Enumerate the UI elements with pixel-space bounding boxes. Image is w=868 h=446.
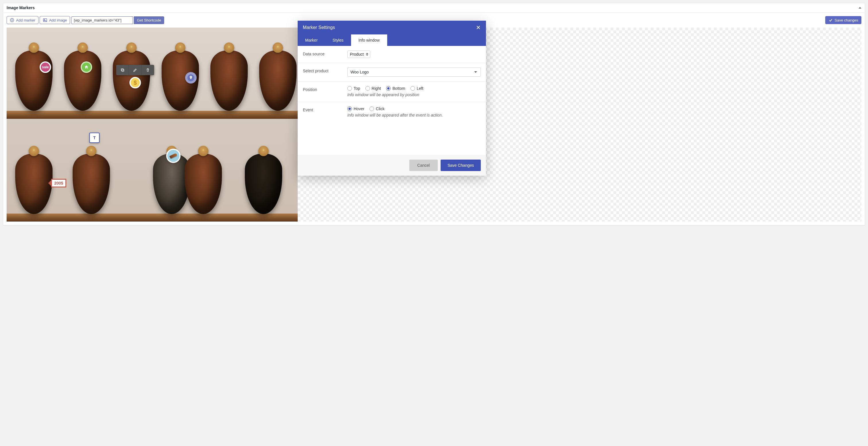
tab-info-window[interactable]: Info window — [351, 34, 387, 46]
radio-label-hover: Hover — [353, 106, 364, 111]
modal-cancel-button[interactable]: Cancel — [409, 160, 438, 171]
radio-position-bottom[interactable]: Bottom — [386, 86, 405, 91]
radio-icon — [347, 106, 352, 111]
shoe-decoration — [15, 154, 53, 214]
add-image-label: Add image — [49, 18, 67, 22]
get-shortcode-button[interactable]: Get Shortcode — [134, 17, 164, 24]
close-icon: ✕ — [476, 24, 481, 31]
pencil-icon — [133, 68, 137, 72]
modal-cancel-label: Cancel — [417, 163, 430, 168]
panel-title: Image Markers — [7, 5, 35, 10]
shoe-decoration — [259, 51, 297, 111]
marker-dollar-label: $ — [133, 79, 136, 86]
radio-icon — [365, 86, 370, 91]
radio-icon — [410, 86, 415, 91]
marker-price-tag[interactable]: 200$ — [51, 179, 66, 187]
image-icon — [43, 18, 48, 22]
pin-icon — [189, 75, 193, 80]
marker-pin[interactable] — [185, 72, 197, 84]
image-preview[interactable]: sale $ T 200$ — [7, 28, 298, 222]
shoe-decoration — [245, 154, 282, 214]
home-icon — [84, 65, 89, 69]
position-radio-group: Top Right Bottom — [347, 86, 481, 91]
svg-rect-6 — [121, 69, 123, 71]
shoe-decoration — [15, 51, 53, 111]
copy-icon — [120, 68, 125, 72]
radio-label-right: Right — [372, 86, 381, 91]
shoe-decoration — [185, 154, 222, 214]
marker-context-toolbar — [116, 65, 154, 75]
svg-rect-5 — [122, 69, 124, 71]
check-icon — [828, 18, 833, 22]
side-area: Marker Settings ✕ Marker Styles Info win… — [298, 28, 861, 222]
event-hint: Info window will be appeared after the e… — [347, 113, 481, 117]
add-marker-label: Add marker — [16, 18, 35, 22]
trash-icon — [146, 68, 150, 72]
save-changes-label: Save changes — [835, 18, 858, 22]
select-product-value: Woo Logo — [350, 70, 369, 74]
tab-styles-label: Styles — [333, 38, 344, 42]
label-select-product: Select product — [303, 67, 347, 73]
marker-home[interactable] — [81, 61, 92, 73]
marker-dollar[interactable]: $ — [129, 77, 141, 88]
event-radio-group: Hover Click — [347, 106, 481, 111]
marker-price-label: 200$ — [54, 181, 63, 185]
edit-marker-button[interactable] — [129, 65, 142, 75]
get-shortcode-label: Get Shortcode — [137, 18, 161, 22]
panel-header: Image Markers — [3, 3, 865, 12]
duplicate-marker-button[interactable] — [116, 65, 129, 75]
marker-settings-modal: Marker Settings ✕ Marker Styles Info win… — [298, 21, 486, 176]
label-event: Event — [303, 106, 347, 112]
marker-sale-label: sale — [42, 65, 49, 69]
radio-position-left[interactable]: Left — [410, 86, 423, 91]
modal-body: Data source Product Select product Woo L… — [298, 46, 486, 155]
radio-event-hover[interactable]: Hover — [347, 106, 364, 111]
tab-info-window-label: Info window — [359, 38, 380, 42]
modal-title: Marker Settings — [303, 25, 335, 30]
position-hint: Info window will be appeared by position — [347, 92, 481, 97]
tab-marker[interactable]: Marker — [298, 34, 325, 46]
canvas-area: sale $ T 200$ — [3, 28, 865, 225]
select-product-dropdown[interactable]: Woo Logo — [347, 67, 481, 76]
modal-header: Marker Settings ✕ — [298, 21, 486, 34]
radio-position-right[interactable]: Right — [365, 86, 381, 91]
radio-position-top[interactable]: Top — [347, 86, 360, 91]
label-position: Position — [303, 86, 347, 92]
svg-point-4 — [44, 19, 45, 20]
marker-text[interactable]: T — [89, 133, 100, 143]
radio-icon — [347, 86, 352, 91]
image-markers-panel: Image Markers Add marker Add image Get S… — [3, 3, 865, 225]
add-image-button[interactable]: Add image — [40, 16, 70, 24]
data-source-value: Product — [350, 52, 364, 57]
radio-icon — [386, 86, 391, 91]
row-select-product: Select product Woo Logo — [298, 63, 486, 82]
save-changes-button[interactable]: Save changes — [825, 16, 861, 24]
shoe-decoration — [73, 154, 110, 214]
tab-styles[interactable]: Styles — [325, 34, 351, 46]
shelf-decoration — [7, 111, 298, 119]
row-event: Event Hover Click — [298, 102, 486, 122]
marker-shoe-image[interactable] — [166, 149, 181, 163]
radio-event-click[interactable]: Click — [369, 106, 384, 111]
marker-text-label: T — [93, 135, 96, 140]
radio-label-click: Click — [376, 106, 384, 111]
radio-label-left: Left — [417, 86, 423, 91]
delete-marker-button[interactable] — [142, 65, 154, 75]
radio-label-bottom: Bottom — [392, 86, 405, 91]
label-data-source: Data source — [303, 51, 347, 56]
modal-save-button[interactable]: Save Changes — [441, 160, 481, 171]
modal-save-label: Save Changes — [447, 163, 474, 168]
data-source-select[interactable]: Product — [347, 51, 370, 58]
shortcode-input[interactable] — [71, 17, 133, 24]
modal-close-button[interactable]: ✕ — [476, 25, 481, 30]
radio-label-top: Top — [353, 86, 360, 91]
row-data-source: Data source Product — [298, 46, 486, 63]
row-position: Position Top Right — [298, 82, 486, 102]
shoe-decoration — [210, 51, 248, 111]
collapse-toggle-icon[interactable] — [859, 7, 861, 9]
marker-sale[interactable]: sale — [40, 61, 51, 73]
plus-circle-icon — [10, 18, 14, 22]
add-marker-button[interactable]: Add marker — [7, 16, 38, 24]
shelf-decoration — [7, 214, 298, 222]
tab-marker-label: Marker — [305, 38, 318, 42]
